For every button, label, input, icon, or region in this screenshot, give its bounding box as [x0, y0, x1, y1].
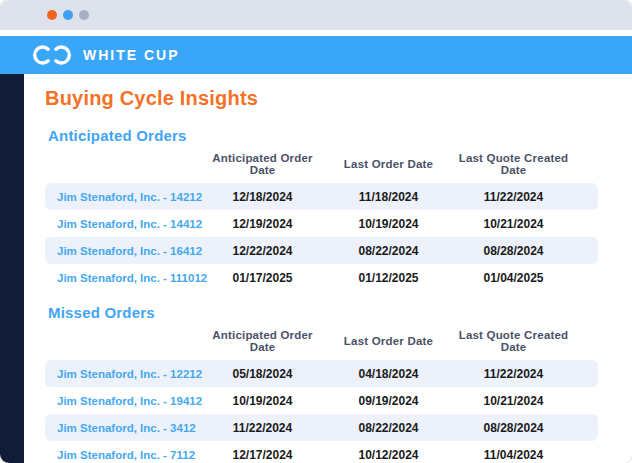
table-row: Jim Stenaford, Inc. - 111012 01/17/2025 … — [45, 264, 598, 291]
anticipated-order-date: 11/22/2024 — [200, 421, 325, 435]
customer-link[interactable]: Jim Stenaford, Inc. - 7112 — [45, 449, 200, 461]
anticipated-order-date: 12/19/2024 — [200, 217, 325, 231]
last-order-date: 09/19/2024 — [325, 394, 452, 408]
window-close-button[interactable] — [47, 10, 57, 20]
brand-name[interactable]: WHITE CUP — [83, 47, 180, 63]
customer-link[interactable]: Jim Stenaford, Inc. - 111012 — [45, 272, 200, 284]
last-quote-created-date: 11/04/2024 — [452, 448, 575, 462]
last-quote-created-date: 01/04/2025 — [452, 271, 575, 285]
last-quote-created-date: 10/21/2024 — [452, 217, 575, 231]
customer-link[interactable]: Jim Stenaford, Inc. - 14212 — [45, 191, 200, 203]
browser-window: WHITE CUP Buying Cycle Insights Anticipa… — [0, 0, 632, 463]
table-row: Jim Stenaford, Inc. - 19412 10/19/2024 0… — [45, 387, 598, 414]
column-header-last-quote-created-date: Last Quote Created Date — [452, 152, 575, 176]
customer-link[interactable]: Jim Stenaford, Inc. - 14412 — [45, 218, 200, 230]
column-header-last-order-date: Last Order Date — [325, 335, 452, 347]
anticipated-order-date: 10/19/2024 — [200, 394, 325, 408]
white-cup-logo-icon[interactable] — [30, 44, 74, 66]
left-sidebar-rail — [0, 74, 24, 463]
anticipated-order-date: 05/18/2024 — [200, 367, 325, 381]
last-order-date: 08/22/2024 — [325, 421, 452, 435]
table-row: Jim Stenaford, Inc. - 3412 11/22/2024 08… — [45, 414, 598, 441]
column-header-last-order-date: Last Order Date — [325, 158, 452, 170]
last-quote-created-date: 11/22/2024 — [452, 367, 575, 381]
last-order-date: 10/19/2024 — [325, 217, 452, 231]
table-header-row: Anticipated Order Date Last Order Date L… — [45, 152, 598, 176]
main-content: Buying Cycle Insights Anticipated Orders… — [24, 74, 632, 463]
window-maximize-button[interactable] — [79, 10, 89, 20]
customer-link[interactable]: Jim Stenaford, Inc. - 16412 — [45, 245, 200, 257]
customer-link[interactable]: Jim Stenaford, Inc. - 19412 — [45, 395, 200, 407]
anticipated-order-date: 12/18/2024 — [200, 190, 325, 204]
last-order-date: 10/12/2024 — [325, 448, 452, 462]
last-quote-created-date: 10/21/2024 — [452, 394, 575, 408]
table-row: Jim Stenaford, Inc. - 16412 12/22/2024 0… — [45, 237, 598, 264]
last-order-date: 11/18/2024 — [325, 190, 452, 204]
anticipated-order-date: 12/17/2024 — [200, 448, 325, 462]
column-header-anticipated-order-date: Anticipated Order Date — [200, 329, 325, 353]
app-header: WHITE CUP — [0, 36, 632, 74]
table-row: Jim Stenaford, Inc. - 12212 05/18/2024 0… — [45, 360, 598, 387]
column-header-anticipated-order-date: Anticipated Order Date — [200, 152, 325, 176]
anticipated-orders-section: Anticipated Orders Anticipated Order Dat… — [45, 127, 632, 291]
table-header-row: Anticipated Order Date Last Order Date L… — [45, 329, 598, 353]
table-row: Jim Stenaford, Inc. - 14212 12/18/2024 1… — [45, 183, 598, 210]
anticipated-order-date: 12/22/2024 — [200, 244, 325, 258]
table-row: Jim Stenaford, Inc. - 14412 12/19/2024 1… — [45, 210, 598, 237]
section-title-anticipated-orders: Anticipated Orders — [48, 127, 632, 144]
column-header-last-quote-created-date: Last Quote Created Date — [452, 329, 575, 353]
last-order-date: 04/18/2024 — [325, 367, 452, 381]
section-title-missed-orders: Missed Orders — [48, 304, 632, 321]
missed-orders-section: Missed Orders Anticipated Order Date Las… — [45, 304, 632, 463]
table-row: Jim Stenaford, Inc. - 7112 12/17/2024 10… — [45, 441, 598, 463]
window-titlebar — [0, 0, 632, 30]
last-order-date: 08/22/2024 — [325, 244, 452, 258]
window-minimize-button[interactable] — [63, 10, 73, 20]
last-order-date: 01/12/2025 — [325, 271, 452, 285]
page-title: Buying Cycle Insights — [45, 87, 632, 110]
last-quote-created-date: 08/28/2024 — [452, 421, 575, 435]
customer-link[interactable]: Jim Stenaford, Inc. - 3412 — [45, 422, 200, 434]
anticipated-order-date: 01/17/2025 — [200, 271, 325, 285]
last-quote-created-date: 11/22/2024 — [452, 190, 575, 204]
customer-link[interactable]: Jim Stenaford, Inc. - 12212 — [45, 368, 200, 380]
last-quote-created-date: 08/28/2024 — [452, 244, 575, 258]
window-controls — [47, 10, 89, 20]
